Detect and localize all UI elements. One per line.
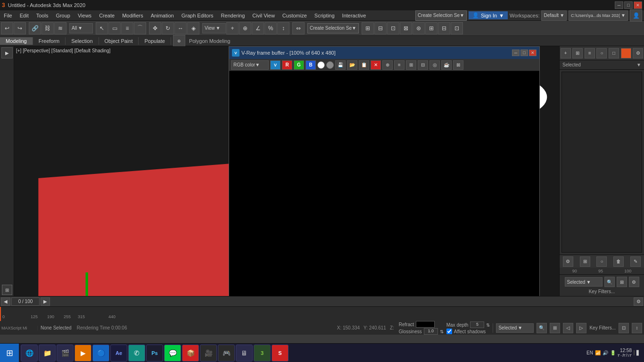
tb-icon1[interactable]: ⊞	[362, 22, 374, 34]
rotate-button[interactable]: ↻	[162, 22, 174, 34]
taskbar-ps[interactable]: Ps	[146, 345, 163, 362]
vray-region-btn[interactable]: ⊞	[406, 60, 416, 70]
vray-g-btn[interactable]: G	[294, 60, 304, 70]
play-button[interactable]: ▶	[1, 47, 13, 58]
select-by-name-button[interactable]: ≡	[121, 22, 133, 34]
tb-icon8[interactable]: ⊡	[451, 22, 463, 34]
menu-file[interactable]: File	[0, 10, 16, 20]
create-selection-button[interactable]: Create Selection Se ▼	[415, 10, 467, 21]
workspace-dropdown[interactable]: Default ▼	[541, 10, 567, 21]
taskbar-ie[interactable]: 🌐	[21, 345, 38, 362]
menu-edit[interactable]: Edit	[16, 10, 33, 20]
menu-create[interactable]: Create	[95, 10, 118, 20]
lasso-button[interactable]: ⌒	[134, 22, 146, 34]
playhead[interactable]	[0, 307, 1, 321]
rt-btn2[interactable]: ⊞	[572, 48, 583, 58]
vray-open-btn[interactable]: 📂	[347, 60, 357, 70]
rt-btn6[interactable]: ⚙	[633, 48, 643, 58]
vray-maximize[interactable]: □	[520, 49, 528, 56]
lang-indicator[interactable]: EN	[586, 350, 593, 355]
key-filters-text[interactable]: Key Filters...	[589, 325, 616, 330]
statusbar-extra1[interactable]: ⊡	[619, 323, 629, 333]
path-dropdown[interactable]: C:\Users\ya...ds Max 202( ▼	[569, 10, 628, 21]
menu-animation[interactable]: Animation	[147, 10, 178, 20]
percent-snap[interactable]: %	[264, 22, 277, 34]
select-region-button[interactable]: ▭	[108, 22, 121, 34]
vray-b-btn[interactable]: B	[305, 60, 316, 70]
refract-color[interactable]	[416, 321, 435, 328]
angle-snap[interactable]: ∠	[252, 22, 264, 34]
vray-track-btn[interactable]: ⊕	[382, 60, 393, 70]
taskbar-chat[interactable]: 💬	[164, 345, 181, 362]
menu-rendering[interactable]: Rendering	[217, 10, 249, 20]
maxscript-label[interactable]: MAXScript Mi	[0, 326, 38, 330]
time-config-btn[interactable]: ⚙	[634, 297, 643, 306]
rbt-btn1[interactable]: ⚙	[563, 256, 573, 267]
frame-counter[interactable]: 0 / 100	[11, 297, 40, 306]
statusbar-extra2[interactable]: ↕	[632, 323, 642, 333]
move-button[interactable]: ✥	[149, 22, 161, 34]
tab-populate[interactable]: Populate	[139, 37, 171, 45]
vray-render-canvas[interactable]	[229, 71, 539, 296]
spinner-snap[interactable]: ↕	[277, 22, 289, 34]
unlink-button[interactable]: ⛓	[41, 22, 54, 34]
statusbar-search[interactable]: 🔍	[537, 323, 547, 333]
create-selection-toolbar[interactable]: Create Selection Se ▼	[307, 23, 359, 33]
select-button[interactable]: ↖	[96, 22, 108, 34]
taskbar-game[interactable]: 🎮	[218, 345, 235, 362]
statusbar-selected-dropdown[interactable]: Selected ▼	[496, 323, 534, 333]
statusbar-nav2[interactable]: ▷	[576, 323, 586, 333]
vray-lens-btn[interactable]: ◎	[429, 60, 440, 70]
undo-button[interactable]: ↩	[1, 22, 13, 34]
mirror-button[interactable]: ⇔	[292, 22, 305, 34]
taskbar-whatsapp[interactable]: ✆	[128, 345, 145, 362]
viewport[interactable]: [+] [Perspective] [Standard] [Default Sh…	[14, 46, 559, 296]
show-desktop[interactable]: ▋	[634, 350, 640, 355]
search-btn[interactable]: 🔍	[604, 277, 615, 287]
tab-icon[interactable]: ⊕	[173, 35, 185, 47]
menu-views[interactable]: Views	[74, 10, 95, 20]
statusbar-nav1[interactable]: ◁	[563, 323, 573, 333]
taskbar-mpc[interactable]: 🎥	[200, 345, 217, 362]
taskbar-screen[interactable]: 🖥	[236, 345, 253, 362]
vray-r-btn[interactable]: R	[282, 60, 292, 70]
vray-extra-btn[interactable]: ⊠	[453, 60, 463, 70]
tb-icon5[interactable]: ⊛	[413, 22, 425, 34]
tb-icon3[interactable]: ⊡	[387, 22, 399, 34]
scale-button[interactable]: ↔	[174, 22, 187, 34]
vray-copy-btn[interactable]: 📋	[359, 60, 369, 70]
selected-dropdown[interactable]: Selected ▼	[565, 277, 603, 287]
statusbar-keys[interactable]: ⊞	[550, 323, 560, 333]
tb-icon2[interactable]: ⊟	[374, 22, 387, 34]
vray-clear-btn[interactable]: ✕	[371, 60, 381, 70]
color-mode-dropdown[interactable]: RGB color ▼	[231, 60, 269, 70]
viewport-layout[interactable]: ⊞	[2, 285, 12, 295]
filter-btn[interactable]: ⊞	[617, 277, 627, 287]
white-circle[interactable]	[317, 61, 325, 69]
vray-close[interactable]: ✕	[529, 49, 537, 56]
taskbar-red[interactable]: S	[272, 345, 289, 362]
tb-icon4[interactable]: ⊠	[400, 22, 412, 34]
modifier-list-area[interactable]	[561, 72, 642, 253]
rt-btn4[interactable]: ○	[596, 48, 607, 58]
glossiness-arrows[interactable]: ⇅	[440, 329, 444, 334]
taskbar-chrome[interactable]: 🔵	[92, 345, 109, 362]
menu-graph-editors[interactable]: Graph Editors	[178, 10, 217, 20]
rt-btn3[interactable]: ≡	[585, 48, 595, 58]
filter-dropdown[interactable]: All ▼	[69, 23, 93, 33]
taskbar-zip[interactable]: 📦	[182, 345, 199, 362]
taskbar-3dsmax[interactable]: 3	[254, 345, 271, 362]
snap-2d[interactable]: ⊕	[239, 22, 251, 34]
maxdepth-value[interactable]: 5	[470, 321, 484, 328]
timeline-prev-btn[interactable]: ◀	[1, 297, 10, 306]
sign-in-button[interactable]: 👤 Sign In ▼	[469, 11, 508, 19]
menu-customize[interactable]: Customize	[279, 10, 311, 20]
timeline-next-btn[interactable]: ▶	[41, 297, 50, 306]
vray-titlebar[interactable]: V V-Ray frame buffer - [100% of 640 x 48…	[229, 47, 539, 59]
tb-icon6[interactable]: ⊞	[425, 22, 438, 34]
vray-cup-btn[interactable]: ☕	[441, 60, 452, 70]
minimize-button[interactable]: ─	[615, 1, 623, 9]
taskbar-vlc[interactable]: ▶	[74, 345, 91, 362]
material-color-box[interactable]	[621, 48, 631, 58]
rt-btn5[interactable]: □	[609, 48, 619, 58]
